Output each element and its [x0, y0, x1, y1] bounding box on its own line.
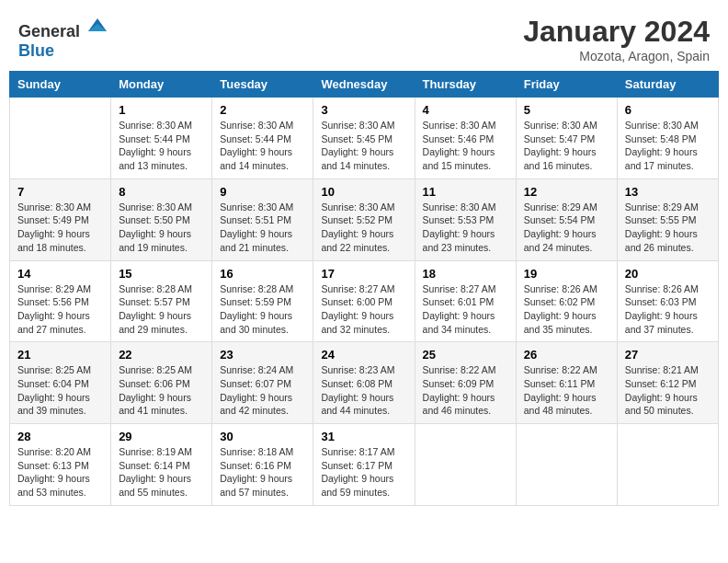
day-number: 16	[220, 267, 305, 281]
table-row: 7 Sunrise: 8:30 AMSunset: 5:49 PMDayligh…	[10, 178, 111, 260]
table-row	[617, 424, 718, 506]
day-info: Sunrise: 8:30 AMSunset: 5:46 PMDaylight:…	[423, 120, 496, 171]
day-number: 13	[625, 185, 711, 199]
day-info: Sunrise: 8:25 AMSunset: 6:06 PMDaylight:…	[119, 364, 192, 416]
day-info: Sunrise: 8:23 AMSunset: 6:08 PMDaylight:…	[321, 364, 394, 416]
table-row	[10, 98, 111, 179]
calendar-table: Sunday Monday Tuesday Wednesday Thursday…	[9, 71, 719, 506]
logo-general: General	[18, 22, 80, 40]
calendar-week-row: 14 Sunrise: 8:29 AMSunset: 5:56 PMDaylig…	[10, 260, 719, 342]
day-number: 10	[321, 185, 406, 199]
table-row: 19 Sunrise: 8:26 AMSunset: 6:02 PMDaylig…	[516, 260, 617, 342]
table-row: 22 Sunrise: 8:25 AMSunset: 6:06 PMDaylig…	[111, 342, 212, 424]
day-info: Sunrise: 8:20 AMSunset: 6:13 PMDaylight:…	[17, 446, 91, 498]
day-info: Sunrise: 8:18 AMSunset: 6:16 PMDaylight:…	[220, 446, 293, 498]
day-info: Sunrise: 8:27 AMSunset: 6:00 PMDaylight:…	[321, 283, 394, 335]
day-number: 5	[524, 103, 609, 117]
day-info: Sunrise: 8:30 AMSunset: 5:50 PMDaylight:…	[119, 201, 192, 253]
table-row: 11 Sunrise: 8:30 AMSunset: 5:53 PMDaylig…	[415, 178, 516, 260]
header: General Blue January 2024 Mozota, Aragon…	[9, 9, 719, 63]
table-row: 13 Sunrise: 8:29 AMSunset: 5:55 PMDaylig…	[617, 178, 718, 260]
day-number: 14	[17, 267, 103, 281]
day-number: 21	[17, 348, 103, 362]
table-row: 23 Sunrise: 8:24 AMSunset: 6:07 PMDaylig…	[212, 342, 313, 424]
table-row: 6 Sunrise: 8:30 AMSunset: 5:48 PMDayligh…	[617, 98, 718, 179]
day-number: 26	[524, 348, 609, 362]
table-row: 18 Sunrise: 8:27 AMSunset: 6:01 PMDaylig…	[415, 260, 516, 342]
table-row: 4 Sunrise: 8:30 AMSunset: 5:46 PMDayligh…	[415, 98, 516, 179]
table-row: 9 Sunrise: 8:30 AMSunset: 5:51 PMDayligh…	[212, 178, 313, 260]
day-info: Sunrise: 8:30 AMSunset: 5:45 PMDaylight:…	[321, 120, 394, 171]
day-info: Sunrise: 8:17 AMSunset: 6:17 PMDaylight:…	[321, 446, 394, 498]
table-row: 25 Sunrise: 8:22 AMSunset: 6:09 PMDaylig…	[415, 342, 516, 424]
day-number: 28	[17, 430, 103, 443]
table-row: 16 Sunrise: 8:28 AMSunset: 5:59 PMDaylig…	[212, 260, 313, 342]
day-info: Sunrise: 8:30 AMSunset: 5:48 PMDaylight:…	[625, 120, 699, 171]
day-info: Sunrise: 8:29 AMSunset: 5:55 PMDaylight:…	[625, 201, 699, 253]
day-number: 27	[625, 348, 711, 362]
header-friday: Friday	[516, 72, 617, 98]
day-number: 4	[423, 103, 508, 117]
day-info: Sunrise: 8:25 AMSunset: 6:04 PMDaylight:…	[17, 364, 91, 416]
table-row	[516, 424, 617, 506]
day-number: 20	[625, 267, 711, 281]
day-info: Sunrise: 8:29 AMSunset: 5:56 PMDaylight:…	[17, 283, 91, 335]
day-number: 29	[119, 430, 204, 443]
day-info: Sunrise: 8:26 AMSunset: 6:03 PMDaylight:…	[625, 283, 699, 335]
day-number: 6	[625, 103, 711, 117]
day-info: Sunrise: 8:22 AMSunset: 6:11 PMDaylight:…	[524, 364, 597, 416]
day-number: 2	[220, 103, 305, 117]
table-row: 20 Sunrise: 8:26 AMSunset: 6:03 PMDaylig…	[617, 260, 718, 342]
day-info: Sunrise: 8:30 AMSunset: 5:51 PMDaylight:…	[220, 201, 293, 253]
day-number: 11	[423, 185, 508, 199]
day-number: 8	[119, 185, 204, 199]
day-info: Sunrise: 8:30 AMSunset: 5:52 PMDaylight:…	[321, 201, 394, 253]
table-row: 31 Sunrise: 8:17 AMSunset: 6:17 PMDaylig…	[313, 424, 415, 506]
table-row: 27 Sunrise: 8:21 AMSunset: 6:12 PMDaylig…	[617, 342, 718, 424]
day-info: Sunrise: 8:28 AMSunset: 5:57 PMDaylight:…	[119, 283, 192, 335]
logo-blue: Blue	[18, 41, 54, 60]
table-row: 14 Sunrise: 8:29 AMSunset: 5:56 PMDaylig…	[10, 260, 111, 342]
day-info: Sunrise: 8:30 AMSunset: 5:44 PMDaylight:…	[119, 120, 192, 171]
header-sunday: Sunday	[10, 72, 111, 98]
header-tuesday: Tuesday	[212, 72, 313, 98]
day-number: 15	[119, 267, 204, 281]
day-info: Sunrise: 8:28 AMSunset: 5:59 PMDaylight:…	[220, 283, 293, 335]
calendar-subtitle: Mozota, Aragon, Spain	[523, 49, 710, 63]
table-row: 12 Sunrise: 8:29 AMSunset: 5:54 PMDaylig…	[516, 178, 617, 260]
header-wednesday: Wednesday	[313, 72, 415, 98]
day-number: 17	[321, 267, 406, 281]
table-row: 2 Sunrise: 8:30 AMSunset: 5:44 PMDayligh…	[212, 98, 313, 179]
day-info: Sunrise: 8:30 AMSunset: 5:53 PMDaylight:…	[423, 201, 496, 253]
calendar-header-row: Sunday Monday Tuesday Wednesday Thursday…	[10, 72, 719, 98]
day-info: Sunrise: 8:27 AMSunset: 6:01 PMDaylight:…	[423, 283, 496, 335]
table-row: 10 Sunrise: 8:30 AMSunset: 5:52 PMDaylig…	[313, 178, 415, 260]
table-row: 26 Sunrise: 8:22 AMSunset: 6:11 PMDaylig…	[516, 342, 617, 424]
table-row	[415, 424, 516, 506]
day-info: Sunrise: 8:29 AMSunset: 5:54 PMDaylight:…	[524, 201, 597, 253]
table-row: 28 Sunrise: 8:20 AMSunset: 6:13 PMDaylig…	[10, 424, 111, 506]
day-number: 30	[220, 430, 305, 443]
calendar-week-row: 28 Sunrise: 8:20 AMSunset: 6:13 PMDaylig…	[10, 424, 719, 506]
day-info: Sunrise: 8:30 AMSunset: 5:47 PMDaylight:…	[524, 120, 597, 171]
header-monday: Monday	[111, 72, 212, 98]
table-row: 29 Sunrise: 8:19 AMSunset: 6:14 PMDaylig…	[111, 424, 212, 506]
table-row: 15 Sunrise: 8:28 AMSunset: 5:57 PMDaylig…	[111, 260, 212, 342]
day-number: 12	[524, 185, 609, 199]
day-number: 23	[220, 348, 305, 362]
table-row: 24 Sunrise: 8:23 AMSunset: 6:08 PMDaylig…	[313, 342, 415, 424]
day-number: 3	[321, 103, 406, 117]
calendar-title: January 2024	[523, 15, 710, 49]
day-number: 19	[524, 267, 609, 281]
title-block: January 2024 Mozota, Aragon, Spain	[523, 15, 710, 63]
header-thursday: Thursday	[415, 72, 516, 98]
calendar-week-row: 1 Sunrise: 8:30 AMSunset: 5:44 PMDayligh…	[10, 98, 719, 179]
day-number: 22	[119, 348, 204, 362]
table-row: 5 Sunrise: 8:30 AMSunset: 5:47 PMDayligh…	[516, 98, 617, 179]
day-number: 7	[17, 185, 103, 199]
table-row: 21 Sunrise: 8:25 AMSunset: 6:04 PMDaylig…	[10, 342, 111, 424]
day-info: Sunrise: 8:30 AMSunset: 5:44 PMDaylight:…	[220, 120, 293, 171]
day-number: 1	[119, 103, 204, 117]
day-number: 24	[321, 348, 406, 362]
table-row: 1 Sunrise: 8:30 AMSunset: 5:44 PMDayligh…	[111, 98, 212, 179]
